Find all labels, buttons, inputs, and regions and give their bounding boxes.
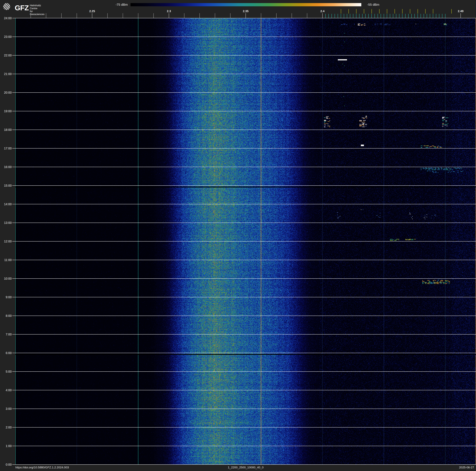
- freq-major-tick: [92, 13, 92, 18]
- hour-tick: [12, 297, 15, 297]
- ble-channel-tick: [344, 14, 344, 18]
- time-label: 3:00: [0, 407, 12, 411]
- freq-label: 2.25: [85, 10, 99, 13]
- hour-gridline: [15, 353, 476, 353]
- freq-minor-tick: [138, 13, 138, 18]
- ble-channel-tick: [393, 14, 393, 18]
- hour-tick: [12, 464, 15, 465]
- ble-channel-tick: [347, 14, 347, 18]
- hour-gridline: [15, 464, 476, 465]
- hour-tick: [12, 148, 15, 148]
- hour-gridline: [15, 334, 476, 334]
- time-label: 20:00: [0, 91, 12, 94]
- hour-gridline: [15, 446, 476, 446]
- hour-tick: [12, 278, 15, 279]
- ble-channel-tick: [439, 14, 439, 18]
- hour-gridline: [15, 92, 476, 93]
- time-label: 0:00: [0, 463, 12, 466]
- hour-gridline: [15, 185, 476, 186]
- ble-channel-tick: [338, 14, 338, 18]
- hour-tick: [12, 204, 15, 204]
- hour-gridline: [15, 18, 476, 18]
- colorbar-min-label: -75 dBm: [106, 3, 128, 6]
- ble-channel-tick: [341, 14, 341, 18]
- time-label: 6:00: [0, 351, 12, 355]
- freq-minor-tick: [200, 13, 200, 18]
- hour-tick: [12, 353, 15, 353]
- time-label: 22:00: [0, 54, 12, 57]
- ble-channel-tick: [424, 14, 424, 18]
- ble-channel-tick: [335, 14, 335, 18]
- ble-channel-tick: [436, 14, 436, 18]
- footer-doi-link[interactable]: https://doi.org/10.5880/GFZ.1.2.2024.003: [15, 466, 69, 469]
- logo-subtitle: Helmholtz Centre for Geosciences: [30, 4, 44, 16]
- freq-label: 2.4: [316, 10, 329, 13]
- page: GFZ Helmholtz Centre for Geosciences -75…: [0, 0, 476, 471]
- ble-channel-tick: [442, 14, 442, 18]
- time-label: 17:00: [0, 146, 12, 150]
- hour-gridline: [15, 204, 476, 204]
- logo-subtitle-line1: Helmholtz Centre: [30, 4, 44, 10]
- ble-channel-tick: [372, 14, 372, 18]
- wifi-channel-tick: [348, 9, 349, 14]
- hour-gridline: [15, 148, 476, 148]
- time-label: 11:00: [0, 258, 12, 262]
- hour-gridline: [15, 316, 476, 316]
- wifi-channel-tick: [356, 9, 357, 14]
- ble-channel-tick: [411, 14, 412, 18]
- freq-major-tick: [322, 13, 323, 18]
- hour-tick: [12, 223, 15, 223]
- hour-tick: [12, 446, 15, 446]
- ble-channel-tick: [374, 14, 375, 18]
- hour-tick: [12, 409, 15, 409]
- ble-channel-tick: [390, 14, 390, 18]
- time-label: 9:00: [0, 295, 12, 299]
- hour-tick: [12, 74, 15, 74]
- ble-channel-tick: [356, 14, 357, 18]
- hour-tick: [12, 18, 15, 18]
- wifi-channel-tick: [394, 9, 395, 14]
- ble-channel-tick: [405, 14, 406, 18]
- hour-tick: [12, 241, 15, 241]
- hour-gridline: [15, 371, 476, 372]
- wifi-channel-tick: [379, 9, 380, 14]
- ble-channel-tick: [430, 14, 430, 18]
- hour-gridline: [15, 111, 476, 111]
- hour-tick: [12, 185, 15, 186]
- hour-gridline: [15, 167, 476, 167]
- ble-channel-tick: [353, 14, 353, 18]
- wifi-channel-tick: [387, 9, 387, 14]
- colorbar-max-label: -55 dBm: [367, 3, 379, 6]
- gfz-globe-icon: [3, 3, 10, 10]
- time-label: 14:00: [0, 202, 12, 206]
- ble-channel-tick: [445, 14, 445, 18]
- time-label: 19:00: [0, 109, 12, 113]
- ble-channel-tick: [328, 14, 329, 18]
- time-label: 5:00: [0, 370, 12, 373]
- wifi-channel-tick: [372, 9, 372, 14]
- hour-gridline: [15, 129, 476, 130]
- ble-channel-tick: [368, 14, 369, 18]
- hour-gridline: [15, 390, 476, 390]
- wifi-channel-tick: [425, 9, 426, 14]
- time-label: 12:00: [0, 239, 12, 243]
- freq-minor-tick: [46, 13, 46, 18]
- hour-tick: [12, 334, 15, 334]
- colorbar-gradient: [131, 3, 361, 6]
- freq-major-tick: [169, 13, 169, 18]
- freq-minor-tick: [77, 13, 77, 18]
- time-label: 10:00: [0, 277, 12, 280]
- time-label: 13:00: [0, 221, 12, 225]
- hour-gridline: [15, 260, 476, 260]
- time-label: 16:00: [0, 165, 12, 169]
- time-label: 2:00: [0, 425, 12, 429]
- freq-minor-tick: [153, 13, 154, 18]
- wifi-channel-tick: [418, 9, 418, 14]
- ble-channel-tick: [332, 14, 332, 18]
- ble-channel-tick: [359, 14, 359, 18]
- wifi-channel-tick: [433, 9, 433, 14]
- ble-channel-tick: [381, 14, 381, 18]
- ble-channel-tick: [427, 14, 427, 18]
- freq-minor-tick: [123, 13, 123, 18]
- ble-channel-tick: [421, 14, 421, 18]
